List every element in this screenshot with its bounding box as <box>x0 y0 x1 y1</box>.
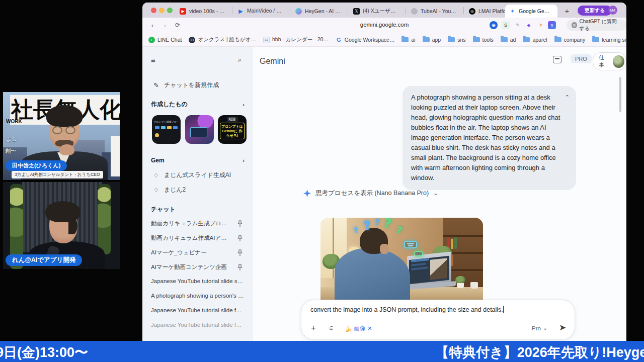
browser-profile-avatar[interactable]: MA <box>608 6 617 15</box>
banana-icon: 🍌 <box>345 325 352 332</box>
ask-chatgpt-button[interactable]: ⚙ ChatGPT に質問する <box>567 20 626 31</box>
image-book <box>454 237 457 249</box>
close-window-button[interactable] <box>151 8 156 13</box>
thinking-process-toggle[interactable]: 思考プロセスを表示 (Nano Banana Pro) ⌄ <box>303 189 438 198</box>
webcam-ren: れん@AIでアプリ開発 <box>3 182 120 269</box>
bookmark-folder-tools[interactable]: tools <box>473 37 494 43</box>
image-chat-bubble <box>404 241 417 248</box>
chat-item-recent-2[interactable]: A photograph showing a person's ha... <box>151 293 245 299</box>
cam1-backdrop-side-panel <box>111 136 120 176</box>
tab-tubeai[interactable]: TubeAI - YouTub <box>407 5 461 18</box>
image-plant-pot <box>457 283 464 288</box>
thumbnail-caption: プロンプト環境フロー <box>152 120 181 123</box>
folder-icon <box>554 37 561 42</box>
bookmark-onclass[interactable]: O オンクラス | 誰もがオ… <box>189 36 256 43</box>
bookmark-hbb-calendar[interactable]: 19 hbb - カレンダー - 20… <box>263 36 329 43</box>
remove-attachment-icon[interactable]: ✕ <box>367 325 372 332</box>
bookmark-folder-aparel[interactable]: aparel <box>523 37 547 43</box>
tab-strip: ▶ video 100s - You ▶ MainVideo / 01 【 He… <box>142 3 626 18</box>
update-button[interactable]: 更新する <box>578 6 612 16</box>
add-attachment-button[interactable]: + <box>308 323 318 333</box>
extension-icon-blue[interactable]: ◉ <box>490 21 498 29</box>
send-button[interactable]: ➤ <box>559 322 566 333</box>
chat-item-label: AIマーケ_ウェビナー <box>151 249 232 256</box>
youtube-favicon: ▶ <box>180 8 186 15</box>
bookmark-label: app <box>432 37 441 43</box>
bookmark-line-chat[interactable]: L LINE Chat <box>148 37 182 43</box>
play-favicon: ▶ <box>237 8 244 15</box>
prompt-input-box[interactable]: convert the image into a JSON prompt, in… <box>301 300 575 340</box>
bookmark-folder-app[interactable]: app <box>423 37 441 43</box>
chat-item-recent-1[interactable]: Japanese YouTube tutorial slide show... <box>151 278 245 284</box>
bookmark-folder-sns[interactable]: sns <box>448 37 465 43</box>
created-section-header[interactable]: 作成したもの › <box>151 100 245 109</box>
tab-separator <box>232 7 232 14</box>
generated-image[interactable]: ? ? ? ? ? <box>320 218 483 301</box>
cam1-glasses-right <box>65 126 75 134</box>
image-attachment-chip[interactable]: 🍌 画像 ✕ <box>345 325 372 332</box>
tab-x[interactable]: 𝕏 (4) Xユーザーのト <box>349 5 403 18</box>
chat-item-label: Japanese YouTube tutorial slide for LI..… <box>151 322 245 328</box>
extension-icon-n[interactable]: n <box>548 21 556 29</box>
chat-item-pinned-1[interactable]: 動画カリキュラム生成プロンプト... <box>151 220 245 227</box>
bookmark-folder-ai[interactable]: ai <box>401 37 415 43</box>
menu-icon[interactable]: ≡ <box>151 56 155 64</box>
gem-item-majin-slide[interactable]: ♢ まじん式スライド生成AI <box>153 171 231 179</box>
minimize-window-button[interactable] <box>159 8 165 13</box>
collapse-chevron-icon[interactable]: ⌃ <box>565 92 570 102</box>
image-mug <box>470 282 478 289</box>
created-thumbnail-2[interactable] <box>185 115 214 144</box>
pro-badge: PRO <box>571 54 592 63</box>
search-icon[interactable]: ⌕ <box>238 56 242 64</box>
cam1-backdrop-left-text1: よし <box>6 135 18 143</box>
bookmark-label: tools <box>482 37 494 43</box>
created-thumbnail-1[interactable]: プロンプト環境フロー <box>152 115 181 144</box>
lmai-favicon: ◎ <box>469 8 475 15</box>
tab-label: (4) Xユーザーのト <box>363 8 399 15</box>
scrollbar-thumb[interactable] <box>619 77 621 112</box>
workspace-profile-button[interactable]: 仕事 <box>593 52 626 70</box>
tab-heygen[interactable]: HeyGen - AI Spo <box>291 5 345 18</box>
extension-icon-clip[interactable]: ✎ <box>514 21 522 29</box>
model-selector[interactable]: Pro ⌄ <box>532 325 547 331</box>
chevron-right-icon: › <box>243 157 245 163</box>
archive-icon[interactable] <box>553 56 561 63</box>
zoom-window-button[interactable] <box>167 8 173 13</box>
tools-tune-button[interactable]: ⚟ <box>326 323 336 333</box>
tab-mainvideo[interactable]: ▶ MainVideo / 01 【 <box>233 5 287 18</box>
chat-item-recent-4[interactable]: Japanese YouTube tutorial slide for LI..… <box>151 322 245 328</box>
ask-chatgpt-label: ChatGPT に質問する <box>580 18 621 32</box>
created-thumbnail-3[interactable]: 結論 プロンプトは Geminiに 作らせろ! <box>218 115 247 144</box>
gem-icon: ♢ <box>153 172 159 179</box>
tab-video100s[interactable]: ▶ video 100s - You <box>176 5 229 18</box>
chat-item-recent-3[interactable]: Japanese YouTube tutorial slide for c... <box>151 307 245 313</box>
user-message-bubble: A photograph showing a person sitting at… <box>403 86 576 190</box>
bookmark-label: learning site <box>602 37 626 43</box>
prompt-input-text[interactable]: convert the image into a JSON prompt, in… <box>310 306 562 313</box>
bookmark-label: Google Workspace… <box>345 37 395 43</box>
gem-section-header[interactable]: Gem › <box>151 157 245 164</box>
extension-icon-drop[interactable]: ◆ <box>525 21 533 29</box>
bookmark-folder-ad[interactable]: ad <box>501 37 516 43</box>
folder-icon <box>592 37 599 42</box>
workspace-label: 仕事 <box>599 54 609 69</box>
chat-item-pinned-4[interactable]: AIマーケ動画コンテンツ企画 <box>151 263 245 271</box>
bookmark-folder-learning-site[interactable]: learning site <box>592 37 626 43</box>
gemini-sparkle-icon <box>303 190 311 197</box>
bookmark-label: hbb - カレンダー - 20… <box>272 36 329 43</box>
new-tab-button[interactable]: + <box>561 5 573 17</box>
chat-item-pinned-2[interactable]: 動画カリキュラム作成AIアシスタ... <box>151 234 245 242</box>
chat-item-pinned-3[interactable]: AIマーケ_ウェビナー <box>151 249 245 256</box>
webcam-tanaka: 社長無人化 WORK よし 創〜 田中啓之(ひろくん) 3方よしAI共創コンサル… <box>3 92 120 180</box>
extension-icon-star[interactable]: ✳ <box>537 21 545 29</box>
onclass-icon: O <box>189 37 195 43</box>
bookmark-google-workspace[interactable]: G Google Workspace… <box>336 37 395 43</box>
gem-label: まじん式スライド生成AI <box>164 171 231 179</box>
gem-item-majin2[interactable]: ♢ まじん2 <box>153 186 186 194</box>
extension-icon-s[interactable]: S <box>502 21 510 29</box>
bookmark-folder-company[interactable]: company <box>554 37 586 43</box>
x-favicon: 𝕏 <box>353 8 360 15</box>
tab-google-gemini-active[interactable]: ✦ Google Gemini <box>505 5 557 18</box>
new-chat-button[interactable]: ✎ チャットを新規作成 <box>153 81 219 89</box>
image-book <box>451 239 453 249</box>
